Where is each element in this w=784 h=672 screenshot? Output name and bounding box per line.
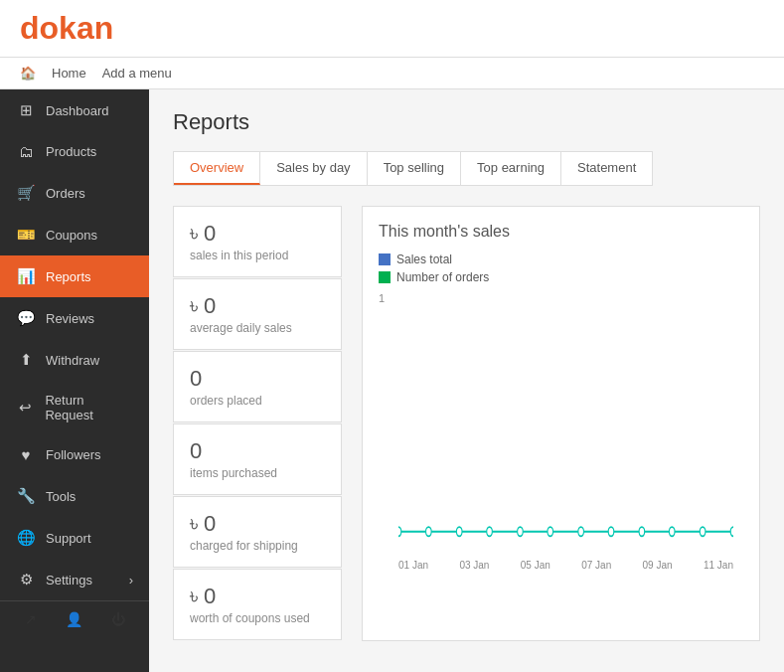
stat-label-coupons: worth of coupons used [190,611,325,625]
sidebar-label-reviews: Reviews [46,311,94,326]
legend-item-sales-total: Sales total [379,252,743,266]
svg-point-9 [639,527,645,536]
sidebar-label-followers: Followers [46,447,101,462]
sidebar-item-followers[interactable]: ♥Followers [0,434,149,475]
stat-label-avg-daily: average daily sales [190,321,325,335]
external-link-icon[interactable]: ↗ [25,611,37,627]
content-area: ৳ 0sales in this period৳ 0average daily … [173,206,760,641]
sidebar-item-settings[interactable]: ⚙Settings› [0,559,149,600]
sidebar-item-orders[interactable]: 🛒Orders [0,172,149,214]
tab-top-selling[interactable]: Top selling [368,152,461,185]
stat-value-coupons: ৳ 0 [190,584,325,609]
stat-coupons: ৳ 0worth of coupons used [173,569,342,640]
x-label: 03 Jan [459,560,489,571]
sidebar-label-return-request: Return Request [45,393,133,422]
user-icon[interactable]: 👤 [66,611,82,627]
main-content: Reports OverviewSales by dayTop sellingT… [149,89,784,672]
sidebar-item-reports[interactable]: 📊Reports [0,255,149,297]
x-label: 11 Jan [704,560,733,571]
tools-icon: 🔧 [16,487,36,505]
stat-value-shipping: ৳ 0 [190,511,325,537]
svg-point-8 [608,527,614,536]
x-label: 05 Jan [521,560,550,571]
stat-label-items-purchased: items purchased [190,466,325,480]
tab-sales-by-day[interactable]: Sales by day [260,152,367,185]
sidebar-item-return-request[interactable]: ↩Return Request [0,381,149,434]
stat-value-sales-period: ৳ 0 [190,221,325,247]
sidebar-label-coupons: Coupons [46,228,97,243]
svg-point-2 [426,527,432,536]
stat-sales-period: ৳ 0sales in this period [173,206,342,277]
svg-point-10 [669,527,675,536]
tab-overview[interactable]: Overview [174,152,260,185]
reports-icon: 📊 [16,267,36,285]
legend-label-num-orders: Number of orders [396,270,489,284]
legend-label-sales-total: Sales total [396,252,452,266]
logo-accent: do [20,10,59,46]
home-link[interactable]: Home [52,66,86,81]
sidebar-item-dashboard[interactable]: ⊞Dashboard [0,89,149,131]
dashboard-icon: ⊞ [16,101,36,119]
sidebar-item-withdraw[interactable]: ⬆Withdraw [0,339,149,381]
settings-arrow-icon: › [129,573,133,588]
legend-color-sales-total [379,253,391,265]
menu-link[interactable]: Add a menu [102,66,172,81]
sidebar-label-products: Products [46,144,96,159]
x-label: 07 Jan [581,560,611,571]
reviews-icon: 💬 [16,309,36,327]
sidebar-item-coupons[interactable]: 🎫Coupons [0,214,149,255]
sidebar-item-reviews[interactable]: 💬Reviews [0,297,149,339]
page-title: Reports [173,109,760,135]
orders-icon: 🛒 [16,184,36,202]
followers-icon: ♥ [16,446,36,463]
withdraw-icon: ⬆ [16,351,36,369]
sidebar: ⊞Dashboard🗂Products🛒Orders🎫Coupons📊Repor… [0,89,149,672]
sidebar-item-products[interactable]: 🗂Products [0,131,149,172]
stat-value-orders-placed: 0 [190,366,325,392]
support-icon: 🌐 [16,529,36,547]
chart-title: This month's sales [379,223,743,241]
svg-point-12 [730,527,733,536]
chart-y-label: 1 [379,292,385,304]
svg-point-7 [578,527,584,536]
sidebar-label-withdraw: Withdraw [46,353,99,368]
svg-point-5 [518,527,524,536]
svg-point-3 [456,527,462,536]
stats-panel: ৳ 0sales in this period৳ 0average daily … [173,206,342,641]
chart-area: This month's sales Sales totalNumber of … [362,206,760,641]
sidebar-item-tools[interactable]: 🔧Tools [0,475,149,517]
stat-orders-placed: 0orders placed [173,351,342,422]
legend-item-num-orders: Number of orders [379,270,743,284]
return-request-icon: ↩ [16,399,35,417]
stat-shipping: ৳ 0charged for shipping [173,496,342,568]
tab-statement[interactable]: Statement [561,152,652,185]
chart-line-area [398,302,733,541]
settings-icon: ⚙ [16,571,36,588]
sidebar-label-tools: Tools [46,489,76,504]
stat-label-sales-period: sales in this period [190,249,325,262]
tabs-container: OverviewSales by dayTop sellingTop earni… [173,151,653,186]
navbar: 🏠 Home Add a menu [0,58,784,89]
stat-label-orders-placed: orders placed [190,394,325,408]
stat-label-shipping: charged for shipping [190,539,325,553]
logo: dokan [20,10,113,47]
sidebar-label-dashboard: Dashboard [46,103,109,118]
stat-value-items-purchased: 0 [190,438,325,464]
products-icon: 🗂 [16,143,36,160]
layout: ⊞Dashboard🗂Products🛒Orders🎫Coupons📊Repor… [0,89,784,672]
chart-legend: Sales totalNumber of orders [379,252,743,284]
stat-avg-daily: ৳ 0average daily sales [173,278,342,350]
legend-color-num-orders [379,271,391,283]
sidebar-label-reports: Reports [46,269,91,284]
power-icon[interactable]: ⏻ [111,611,125,627]
coupons-icon: 🎫 [16,226,36,244]
sidebar-label-orders: Orders [46,186,85,201]
x-label: 09 Jan [643,560,673,571]
chart-x-labels: 01 Jan03 Jan05 Jan07 Jan09 Jan11 Jan [398,560,733,571]
sidebar-item-support[interactable]: 🌐Support [0,517,149,559]
chart-svg [398,302,733,541]
sidebar-footer: ↗👤⏻ [0,600,149,637]
tab-top-earning[interactable]: Top earning [461,152,561,185]
svg-point-4 [487,527,493,536]
stat-items-purchased: 0items purchased [173,423,342,495]
